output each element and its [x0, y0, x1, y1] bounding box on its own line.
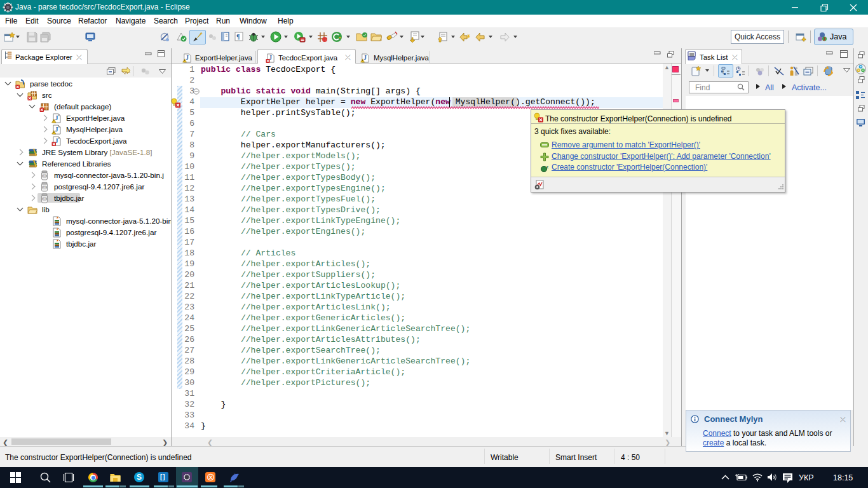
svg-text:¶: ¶: [236, 33, 240, 40]
svg-text:J: J: [55, 126, 58, 133]
svg-text:J: J: [363, 55, 367, 61]
svg-text:c: c: [546, 164, 549, 170]
svg-text:J: J: [823, 36, 826, 42]
svg-text:010: 010: [43, 198, 47, 200]
svg-text:J: J: [186, 55, 189, 61]
svg-text:J: J: [55, 114, 58, 121]
svg-text:010: 010: [43, 175, 47, 177]
svg-text:010: 010: [43, 186, 47, 189]
